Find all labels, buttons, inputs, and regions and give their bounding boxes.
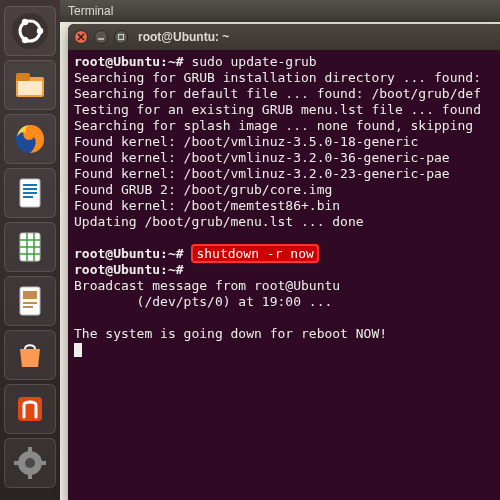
window-title: root@Ubuntu: ~ [138, 30, 229, 44]
launcher-ubuntu-one[interactable] [4, 384, 56, 434]
terminal-line: The system is going down for reboot NOW! [74, 326, 500, 342]
window-titlebar[interactable]: root@Ubuntu: ~ [68, 24, 500, 50]
svg-rect-27 [28, 447, 32, 453]
svg-point-2 [37, 28, 43, 34]
terminal-line [74, 310, 500, 326]
svg-rect-30 [40, 461, 46, 465]
terminal-line: Testing for an existing GRUB menu.lst fi… [74, 102, 500, 118]
terminal-window: root@Ubuntu: ~ root@Ubuntu:~# sudo updat… [68, 24, 500, 500]
ubuntu-logo-icon [10, 11, 50, 51]
terminal-line: Found kernel: /boot/vmlinuz-3.5.0-18-gen… [74, 134, 500, 150]
terminal-line: Found GRUB 2: /boot/grub/core.img [74, 182, 500, 198]
terminal-line: (/dev/pts/0) at 19:00 ... [74, 294, 500, 310]
terminal-line: root@Ubuntu:~# sudo update-grub [74, 54, 500, 70]
terminal-line: Broadcast message from root@Ubuntu [74, 278, 500, 294]
launcher-software-center[interactable] [4, 330, 56, 380]
window-minimize-button[interactable] [94, 30, 108, 44]
terminal-line: root@Ubuntu:~# [74, 262, 500, 278]
svg-rect-28 [28, 473, 32, 479]
svg-rect-11 [23, 188, 37, 190]
terminal-line: Found kernel: /boot/memtest86+.bin [74, 198, 500, 214]
terminal-line [74, 342, 500, 358]
svg-rect-29 [14, 461, 20, 465]
svg-rect-7 [18, 81, 42, 95]
terminal-line: root@Ubuntu:~# shutdown -r now [74, 246, 500, 262]
launcher-firefox[interactable] [4, 114, 56, 164]
launcher-calc[interactable] [4, 222, 56, 272]
svg-rect-22 [23, 302, 37, 304]
launcher-dash[interactable] [4, 6, 56, 56]
minimize-icon [97, 33, 105, 41]
spreadsheet-icon [10, 227, 50, 267]
unity-launcher [0, 0, 60, 500]
svg-rect-21 [23, 291, 37, 299]
highlighted-command: shutdown -r now [191, 244, 318, 263]
svg-rect-31 [119, 34, 124, 39]
terminal-line: Updating /boot/grub/menu.lst ... done [74, 214, 500, 230]
svg-rect-6 [16, 73, 30, 81]
presentation-icon [10, 281, 50, 321]
gear-icon [10, 443, 50, 483]
terminal-line: Found kernel: /boot/vmlinuz-3.2.0-23-gen… [74, 166, 500, 182]
svg-point-3 [22, 19, 28, 25]
launcher-impress[interactable] [4, 276, 56, 326]
window-maximize-button[interactable] [114, 30, 128, 44]
close-icon [77, 33, 85, 41]
cursor-block [74, 343, 82, 357]
document-icon [10, 173, 50, 213]
svg-rect-13 [23, 196, 33, 198]
terminal-line: Searching for splash image ... none foun… [74, 118, 500, 134]
maximize-icon [117, 33, 125, 41]
folder-icon [10, 65, 50, 105]
svg-rect-12 [23, 192, 37, 194]
terminal-content[interactable]: root@Ubuntu:~# sudo update-grubSearching… [68, 50, 500, 500]
terminal-line: Searching for GRUB installation director… [74, 70, 500, 86]
launcher-settings[interactable] [4, 438, 56, 488]
terminal-line: Found kernel: /boot/vmlinuz-3.2.0-36-gen… [74, 150, 500, 166]
svg-point-4 [22, 37, 28, 43]
terminal-line: Searching for default file ... found: /b… [74, 86, 500, 102]
ubuntu-one-icon [10, 389, 50, 429]
bag-icon [10, 335, 50, 375]
window-close-button[interactable] [74, 30, 88, 44]
desktop-area: Terminal root@Ubuntu: ~ root@Ubuntu:~# s… [60, 0, 500, 500]
launcher-files[interactable] [4, 60, 56, 110]
svg-point-26 [25, 458, 35, 468]
svg-rect-23 [23, 306, 33, 308]
launcher-writer[interactable] [4, 168, 56, 218]
firefox-icon [10, 119, 50, 159]
menubar-app-title: Terminal [68, 4, 113, 18]
global-menubar[interactable]: Terminal [60, 0, 500, 22]
svg-rect-10 [23, 184, 37, 186]
